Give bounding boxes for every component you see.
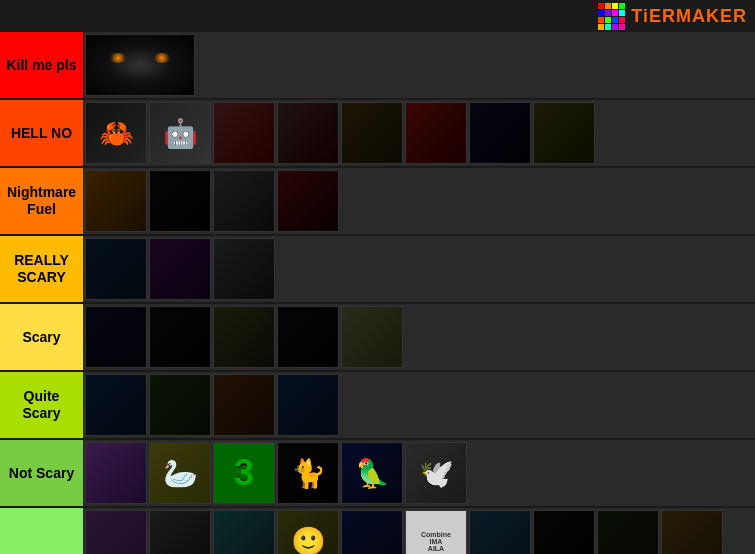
tier-item-notscary-1[interactable]: 🦢	[149, 442, 211, 504]
tier-row-reallyscary: REALLY SCARY	[0, 236, 755, 304]
logo-cell-4	[598, 10, 604, 16]
tier-item-reallyscary-1[interactable]	[149, 238, 211, 300]
tier-item-goofy-1[interactable]	[149, 510, 211, 554]
tier-row-scary: Scary	[0, 304, 755, 372]
tier-item-quitescary-1[interactable]	[149, 374, 211, 436]
item-overlay-notscary-5: 🕊️	[419, 457, 454, 490]
tier-item-notscary-4[interactable]: 🦜	[341, 442, 403, 504]
tier-item-nightmare-1[interactable]	[149, 170, 211, 232]
tier-item-notscary-5[interactable]: 🕊️	[405, 442, 467, 504]
tier-items-goofy: 🙂CombineIMAAILA	[83, 508, 755, 554]
item-overlay-notscary-3: 🐈	[291, 457, 326, 490]
tier-item-goofy-3[interactable]: 🙂	[277, 510, 339, 554]
tier-item-goofy-2[interactable]	[213, 510, 275, 554]
tier-items-quitescary	[83, 372, 755, 438]
tier-item-quitescary-3[interactable]	[277, 374, 339, 436]
item-overlay-hellno-0: 🦀	[99, 117, 134, 150]
logo-cell-10	[612, 17, 618, 23]
tier-items-reallyscary	[83, 236, 755, 302]
tier-item-goofy-4[interactable]	[341, 510, 403, 554]
logo-cell-0	[598, 3, 604, 9]
tier-item-nightmare-3[interactable]	[277, 170, 339, 232]
tier-item-scary-3[interactable]	[277, 306, 339, 368]
tier-items-notscary: 🦢33🐈🦜🕊️	[83, 440, 755, 506]
tier-item-quitescary-0[interactable]	[85, 374, 147, 436]
tier-row-goofy: Goofy🙂CombineIMAAILA	[0, 508, 755, 554]
tier-label-scary: Scary	[0, 304, 83, 370]
number-3-text: 3	[234, 452, 254, 494]
tier-item-hellno-3[interactable]	[277, 102, 339, 164]
tier-item-nightmare-2[interactable]	[213, 170, 275, 232]
item-overlay-notscary-4: 🦜	[355, 457, 390, 490]
tier-item-hellno-2[interactable]	[213, 102, 275, 164]
tier-item-goofy-5[interactable]: CombineIMAAILA	[405, 510, 467, 554]
tier-label-goofy: Goofy	[0, 508, 83, 554]
item-overlay-notscary-1: 🦢	[163, 457, 198, 490]
tier-row-notscary: Not Scary🦢33🐈🦜🕊️	[0, 440, 755, 508]
tier-row-hellno: HELL NO🦀🤖	[0, 100, 755, 168]
item-overlay-goofy-3: 🙂	[291, 525, 326, 555]
tier-table: Kill me plsHELL NO🦀🤖Nightmare FuelREALLY…	[0, 32, 755, 554]
logo-rest: iERMAKER	[643, 6, 747, 26]
logo-cell-12	[598, 24, 604, 30]
tier-item-goofy-8[interactable]	[597, 510, 659, 554]
tier-item-hellno-0[interactable]: 🦀	[85, 102, 147, 164]
tier-item-goofy-9[interactable]	[661, 510, 723, 554]
tier-row-kill: Kill me pls	[0, 32, 755, 100]
item-overlay-hellno-1: 🤖	[163, 117, 198, 150]
logo-cell-6	[612, 10, 618, 16]
logo-text: TiERMAKER	[631, 6, 747, 27]
tier-item-reallyscary-2[interactable]	[213, 238, 275, 300]
logo-cell-3	[619, 3, 625, 9]
logo-cell-11	[619, 17, 625, 23]
logo-cell-5	[605, 10, 611, 16]
tier-items-kill	[83, 32, 755, 98]
tier-item-goofy-6[interactable]	[469, 510, 531, 554]
app-container: TiERMAKER Kill me plsHELL NO🦀🤖Nightmare …	[0, 0, 755, 554]
tier-label-reallyscary: REALLY SCARY	[0, 236, 83, 302]
logo-t: T	[631, 6, 643, 26]
tier-item-notscary-3[interactable]: 🐈	[277, 442, 339, 504]
tier-item-hellno-6[interactable]	[469, 102, 531, 164]
logo-grid-icon	[598, 3, 625, 30]
logo-cell-13	[605, 24, 611, 30]
tier-item-scary-4[interactable]	[341, 306, 403, 368]
tier-item-kill-0[interactable]	[85, 34, 195, 96]
tier-items-hellno: 🦀🤖	[83, 100, 755, 166]
tier-item-scary-2[interactable]	[213, 306, 275, 368]
tier-item-hellno-4[interactable]	[341, 102, 403, 164]
tier-item-nightmare-0[interactable]	[85, 170, 147, 232]
tier-label-quitescary: Quite Scary	[0, 372, 83, 438]
tier-row-nightmare: Nightmare Fuel	[0, 168, 755, 236]
tier-item-goofy-0[interactable]	[85, 510, 147, 554]
combine-text: CombineIMAAILA	[406, 511, 466, 554]
tier-label-notscary: Not Scary	[0, 440, 83, 506]
logo-cell-8	[598, 17, 604, 23]
tier-label-nightmare: Nightmare Fuel	[0, 168, 83, 234]
tier-label-hellno: HELL NO	[0, 100, 83, 166]
tier-item-reallyscary-0[interactable]	[85, 238, 147, 300]
tier-label-kill: Kill me pls	[0, 32, 83, 98]
tier-items-nightmare	[83, 168, 755, 234]
tier-item-notscary-0[interactable]	[85, 442, 147, 504]
logo-cell-14	[612, 24, 618, 30]
tier-item-hellno-1[interactable]: 🤖	[149, 102, 211, 164]
logo-cell-9	[605, 17, 611, 23]
tier-item-hellno-7[interactable]	[533, 102, 595, 164]
tier-item-scary-0[interactable]	[85, 306, 147, 368]
tier-item-scary-1[interactable]	[149, 306, 211, 368]
tier-item-quitescary-2[interactable]	[213, 374, 275, 436]
tier-item-goofy-7[interactable]	[533, 510, 595, 554]
tiermaker-logo: TiERMAKER	[598, 3, 747, 30]
logo-cell-2	[612, 3, 618, 9]
header: TiERMAKER	[0, 0, 755, 32]
tier-item-notscary-2[interactable]: 33	[213, 442, 275, 504]
tier-row-quitescary: Quite Scary	[0, 372, 755, 440]
logo-cell-7	[619, 10, 625, 16]
logo-cell-15	[619, 24, 625, 30]
tier-items-scary	[83, 304, 755, 370]
logo-cell-1	[605, 3, 611, 9]
tier-item-hellno-5[interactable]	[405, 102, 467, 164]
